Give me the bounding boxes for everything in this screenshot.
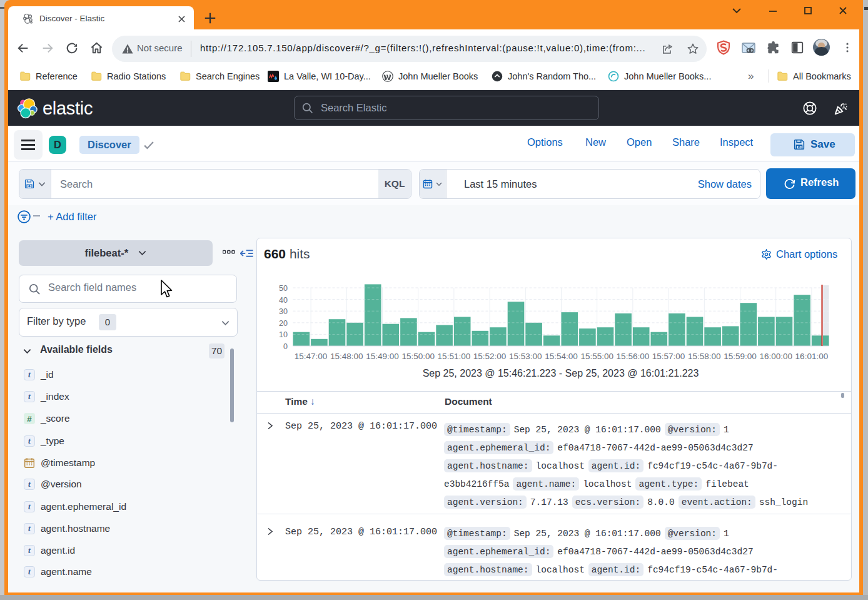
- svg-text:15:47:00: 15:47:00: [295, 352, 328, 361]
- svg-text:16:01:00: 16:01:00: [795, 352, 829, 361]
- svg-text:15:54:00: 15:54:00: [545, 352, 578, 361]
- svg-text:15:56:00: 15:56:00: [617, 352, 650, 361]
- svg-text:15:48:00: 15:48:00: [330, 352, 363, 361]
- svg-text:50: 50: [279, 284, 288, 293]
- svg-text:15:55:00: 15:55:00: [580, 352, 613, 361]
- svg-text:30: 30: [279, 307, 288, 316]
- svg-text:15:51:00: 15:51:00: [438, 352, 471, 361]
- svg-text:15:53:00: 15:53:00: [509, 352, 542, 361]
- svg-text:15:57:00: 15:57:00: [652, 352, 685, 361]
- svg-text:15:49:00: 15:49:00: [366, 352, 399, 361]
- svg-text:16:00:00: 16:00:00: [759, 352, 792, 361]
- svg-text:20: 20: [279, 319, 288, 328]
- svg-text:15:59:00: 15:59:00: [724, 352, 757, 361]
- svg-text:15:58:00: 15:58:00: [688, 352, 721, 361]
- svg-text:10: 10: [279, 330, 288, 339]
- svg-text:15:52:00: 15:52:00: [473, 352, 507, 361]
- svg-text:40: 40: [279, 296, 288, 305]
- svg-text:15:50:00: 15:50:00: [401, 352, 435, 361]
- svg-text:0: 0: [283, 342, 288, 351]
